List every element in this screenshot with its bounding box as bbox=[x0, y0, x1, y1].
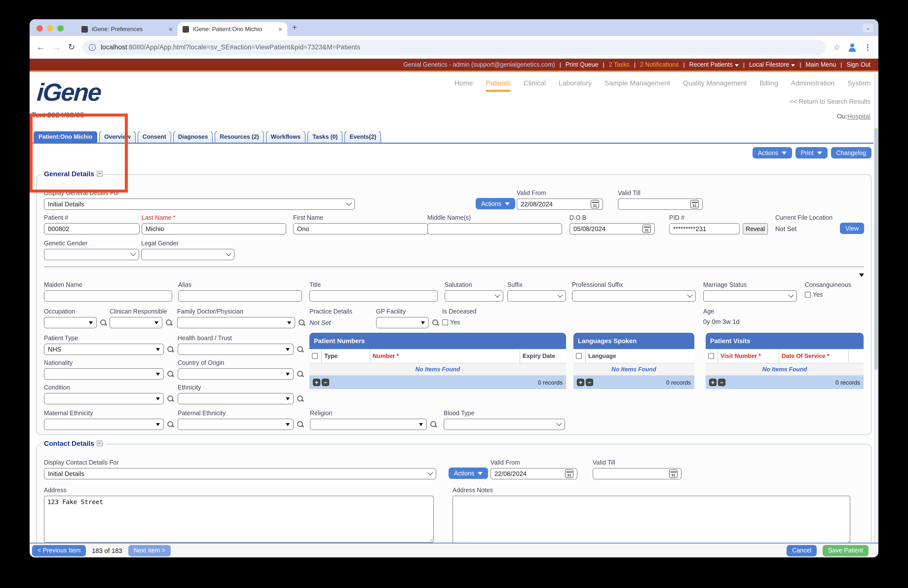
search-icon[interactable] bbox=[296, 420, 304, 428]
professional-suffix-select[interactable] bbox=[572, 290, 696, 302]
search-icon[interactable] bbox=[100, 319, 107, 326]
tab-search-chevron-icon[interactable]: ⌄ bbox=[863, 24, 873, 32]
previous-item-button[interactable]: < Previous Item bbox=[32, 545, 86, 556]
display-general-details-select[interactable]: Initial Details bbox=[44, 198, 355, 210]
nav-home[interactable]: Home bbox=[454, 79, 473, 92]
condition-select[interactable] bbox=[44, 393, 164, 404]
recent-patients-menu[interactable]: Recent Patients bbox=[689, 61, 739, 68]
pid-input[interactable]: *********231 bbox=[669, 223, 740, 235]
address-textarea[interactable]: 123 Fake Street bbox=[44, 496, 434, 543]
calendar-icon[interactable]: 31 bbox=[565, 469, 573, 478]
clinician-responsible-select[interactable] bbox=[109, 317, 163, 328]
save-patient-button[interactable]: Save Patient bbox=[823, 545, 869, 556]
close-tab-icon[interactable]: × bbox=[279, 26, 282, 32]
bookmark-star-icon[interactable]: ☆ bbox=[833, 42, 840, 52]
add-row-icon[interactable]: + bbox=[709, 379, 716, 386]
salutation-select[interactable] bbox=[444, 290, 503, 302]
display-contact-details-select[interactable]: Initial Details bbox=[44, 468, 436, 479]
select-all-checkbox[interactable] bbox=[312, 353, 318, 359]
consanguineous-checkbox[interactable] bbox=[805, 292, 811, 298]
maternal-ethnicity-select[interactable] bbox=[44, 419, 164, 430]
url-text[interactable]: localhost:8080/App/App.html?locale=sv_SE… bbox=[101, 43, 361, 51]
nav-billing[interactable]: Billing bbox=[760, 79, 778, 92]
is-deceased-checkbox[interactable] bbox=[442, 319, 448, 325]
changelog-button[interactable]: Changelog bbox=[831, 147, 871, 158]
collapse-caret-icon[interactable] bbox=[859, 274, 864, 277]
next-item-button[interactable]: Next Item > bbox=[128, 545, 171, 556]
nav-sample-management[interactable]: Sample Management bbox=[605, 79, 670, 92]
resize-handle[interactable] bbox=[428, 537, 433, 541]
reveal-button[interactable]: Reveal bbox=[743, 223, 768, 235]
maiden-name-input[interactable] bbox=[44, 290, 172, 302]
tasks-link[interactable]: 2 Tasks bbox=[609, 61, 629, 68]
collapse-icon[interactable]: − bbox=[97, 171, 103, 177]
select-all-checkbox[interactable] bbox=[576, 353, 582, 359]
occupation-select[interactable] bbox=[44, 317, 97, 328]
maximize-window-button[interactable] bbox=[57, 25, 64, 32]
window-controls[interactable] bbox=[37, 25, 64, 32]
search-icon[interactable] bbox=[167, 370, 174, 378]
tab-workflows[interactable]: Workflows bbox=[266, 131, 306, 143]
suffix-select[interactable] bbox=[507, 290, 566, 302]
marriage-status-select[interactable] bbox=[703, 290, 797, 302]
address-bar[interactable]: i localhost:8080/App/App.html?locale=sv_… bbox=[83, 40, 826, 55]
middle-name-input[interactable] bbox=[427, 223, 562, 235]
tab-events[interactable]: Events(2) bbox=[345, 131, 381, 143]
last-name-input[interactable]: Michio bbox=[142, 223, 286, 235]
health-board-select[interactable] bbox=[178, 344, 294, 355]
tab-resources[interactable]: Resources (2) bbox=[215, 131, 264, 143]
genetic-gender-select[interactable] bbox=[44, 249, 139, 260]
return-to-search-link[interactable]: << Return to Search Results bbox=[790, 98, 871, 105]
ethnicity-select[interactable] bbox=[178, 393, 294, 404]
patient-number-input[interactable]: 000802 bbox=[44, 223, 140, 235]
search-icon[interactable] bbox=[298, 319, 306, 326]
print-queue-link[interactable]: Print Queue bbox=[565, 61, 598, 68]
add-row-icon[interactable]: + bbox=[313, 379, 320, 386]
new-tab-button[interactable]: + bbox=[292, 23, 297, 32]
nationality-select[interactable] bbox=[44, 368, 164, 380]
valid-till-input[interactable]: 31 bbox=[618, 198, 703, 210]
local-filestore-menu[interactable]: Local Filestore bbox=[749, 61, 795, 68]
remove-row-icon[interactable]: − bbox=[718, 379, 725, 386]
cancel-button[interactable]: Cancel bbox=[787, 545, 817, 556]
search-icon[interactable] bbox=[167, 346, 174, 353]
tab-tasks[interactable]: Tasks (0) bbox=[307, 131, 343, 143]
address-notes-textarea[interactable] bbox=[452, 496, 850, 545]
search-icon[interactable] bbox=[296, 395, 304, 403]
tab-consent[interactable]: Consent bbox=[137, 131, 171, 143]
notifications-link[interactable]: 2 Notifications bbox=[640, 61, 679, 68]
scrollbar-thumb[interactable] bbox=[874, 128, 877, 370]
reload-icon[interactable]: ↻ bbox=[68, 42, 75, 52]
calendar-icon[interactable]: 31 bbox=[669, 469, 678, 478]
sign-out-link[interactable]: Sign Out bbox=[847, 61, 871, 68]
contact-valid-till-input[interactable]: 31 bbox=[592, 468, 681, 479]
nav-laboratory[interactable]: Laboratory bbox=[559, 79, 592, 92]
contact-actions-button[interactable]: Actions bbox=[449, 467, 488, 479]
view-button[interactable]: View bbox=[840, 223, 864, 234]
nav-administration[interactable]: Administration bbox=[791, 79, 834, 92]
title-input[interactable] bbox=[309, 290, 438, 302]
browser-tab-patient[interactable]: iGene: Patient:Ono Michio × bbox=[178, 22, 287, 36]
browser-menu-icon[interactable]: ⋮ bbox=[864, 43, 871, 52]
search-icon[interactable] bbox=[432, 319, 439, 326]
alias-input[interactable] bbox=[178, 290, 302, 302]
close-window-button[interactable] bbox=[37, 25, 43, 32]
minimize-window-button[interactable] bbox=[47, 25, 53, 32]
nav-clinical[interactable]: Clinical bbox=[523, 79, 546, 92]
valid-from-input[interactable]: 22/08/202431 bbox=[517, 198, 603, 210]
religion-select[interactable] bbox=[310, 419, 427, 430]
nav-quality-management[interactable]: Quality Management bbox=[683, 79, 747, 92]
profile-avatar-icon[interactable] bbox=[848, 43, 856, 52]
collapse-icon[interactable]: − bbox=[97, 440, 103, 446]
remove-row-icon[interactable]: − bbox=[586, 379, 593, 386]
nav-patients[interactable]: Patients bbox=[486, 79, 511, 92]
general-actions-button[interactable]: Actions bbox=[476, 198, 515, 209]
main-menu-link[interactable]: Main Menu bbox=[806, 61, 836, 68]
nav-system[interactable]: System bbox=[848, 79, 871, 92]
search-icon[interactable] bbox=[296, 370, 304, 378]
first-name-input[interactable]: Ono bbox=[293, 223, 428, 235]
calendar-icon[interactable]: 31 bbox=[691, 200, 699, 208]
legal-gender-select[interactable] bbox=[141, 249, 234, 260]
search-icon[interactable] bbox=[430, 420, 437, 428]
tab-overview[interactable]: Overview bbox=[100, 131, 136, 143]
